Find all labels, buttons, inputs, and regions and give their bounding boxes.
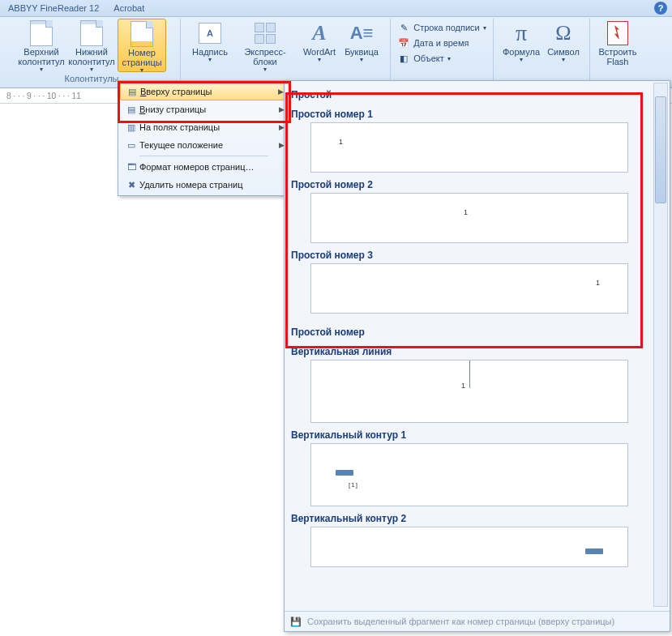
gallery-heading-simple-num: Простой номер xyxy=(288,322,653,339)
page-number-menu: ▤ Вверху страницы ▶ ▤ Внизу страницы ▶ ▥… xyxy=(118,80,290,196)
object-label: Объект xyxy=(413,53,443,63)
gallery-item-vertical-line[interactable]: 1 xyxy=(310,360,628,423)
gallery-item-vertical-outline-2[interactable] xyxy=(310,527,628,567)
wordart-button[interactable]: A WordArt ▾ xyxy=(299,19,340,64)
date-time-button[interactable]: 📅 Дата и время xyxy=(395,36,488,50)
menu-bottom-of-page[interactable]: ▤ Внизу страницы ▶ xyxy=(120,100,288,118)
page-bottom-icon: ▤ xyxy=(123,105,139,115)
page-number-label: Номер страницы xyxy=(118,48,165,67)
date-time-label: Дата и время xyxy=(413,38,469,48)
textbox-button[interactable]: A Надпись ▾ xyxy=(189,19,231,64)
quickparts-button[interactable]: Экспресс-блоки ▾ xyxy=(233,19,297,74)
gallery-footer[interactable]: 💾 Сохранить выделенный фрагмент как номе… xyxy=(285,611,670,631)
gallery-item-label: Простой номер 3 xyxy=(288,243,653,263)
dropcap-icon: A≡ xyxy=(349,20,375,46)
symbol-button[interactable]: Ω Символ ▾ xyxy=(544,19,583,64)
flash-icon xyxy=(605,20,631,46)
menu-separator xyxy=(139,156,268,156)
remove-icon: ✖ xyxy=(123,180,139,190)
textbox-icon: A xyxy=(197,20,223,46)
gallery-item-simple-1[interactable]: 1 xyxy=(310,122,628,173)
tab-abbyy[interactable]: ABBYY FineReader 12 xyxy=(8,3,99,13)
dropcap-button[interactable]: A≡ Буквица ▾ xyxy=(341,19,382,64)
calendar-icon: 📅 xyxy=(397,36,410,49)
menu-format-page-numbers[interactable]: 🗔 Формат номеров страниц… xyxy=(120,158,288,176)
ribbon: Верхний колонтитул ▾ Нижний колонтитул ▾… xyxy=(0,17,672,88)
signature-label: Строка подписи xyxy=(413,23,479,32)
menu-page-margins[interactable]: ▥ На полях страницы ▶ xyxy=(120,118,288,136)
signature-icon: ✎ xyxy=(397,21,410,34)
gallery-item-simple-3[interactable]: 1 xyxy=(310,263,628,314)
cursor-icon: ▭ xyxy=(123,140,139,151)
omega-icon: Ω xyxy=(550,20,576,46)
page-top-icon: ▤ xyxy=(124,87,140,97)
menu-current-position[interactable]: ▭ Текущее положение ▶ xyxy=(120,136,288,154)
save-selection-icon: 💾 xyxy=(289,615,302,628)
help-icon[interactable]: ? xyxy=(654,2,667,15)
tab-acrobat[interactable]: Acrobat xyxy=(113,3,144,13)
quickparts-icon xyxy=(252,20,278,46)
menu-remove-page-numbers[interactable]: ✖ Удалить номера страниц xyxy=(120,176,288,194)
scrollbar-thumb[interactable] xyxy=(655,96,666,203)
header-label: Верхний колонтитул xyxy=(17,47,66,66)
ruler-marks: 8 · · · 9 · · · 10 · · · 11 xyxy=(6,92,81,100)
menu-top-of-page[interactable]: ▤ Вверху страницы ▶ xyxy=(120,83,288,100)
page-margin-icon: ▥ xyxy=(123,122,139,133)
object-button[interactable]: ◧ Объект ▾ xyxy=(395,51,488,66)
gallery-heading-simple: Простой xyxy=(288,84,653,102)
object-icon: ◧ xyxy=(397,52,410,65)
gallery-scrollbar[interactable] xyxy=(653,83,668,607)
page-number-icon xyxy=(129,21,155,47)
group-header-footer-label: Колонтитулы xyxy=(65,74,119,85)
signature-line-button[interactable]: ✎ Строка подписи ▾ xyxy=(395,20,488,35)
gallery-item-label: Вертикальная линия xyxy=(288,339,653,360)
gallery-item-label: Простой номер 2 xyxy=(288,173,653,193)
gallery-item-label: Простой номер 1 xyxy=(288,102,653,122)
gallery-item-label: Вертикальный контур 2 xyxy=(288,506,653,527)
flash-label: Встроить Flash xyxy=(596,47,640,66)
page-number-button[interactable]: Номер страницы ▾ xyxy=(118,19,166,72)
gallery-item-simple-2[interactable]: 1 xyxy=(310,193,628,243)
addin-tab-strip: ABBYY FineReader 12 Acrobat ? xyxy=(0,0,672,17)
formula-button[interactable]: π Формула ▾ xyxy=(500,19,542,64)
gallery-item-vertical-outline-1[interactable]: [1] xyxy=(310,443,628,506)
wordart-icon: A xyxy=(306,20,332,46)
pi-icon: π xyxy=(508,20,534,46)
gallery-footer-label: Сохранить выделенный фрагмент как номер … xyxy=(307,617,614,626)
footer-label: Нижний колонтитул xyxy=(67,47,116,66)
footer-button[interactable]: Нижний колонтитул ▾ xyxy=(67,19,116,74)
header-button[interactable]: Верхний колонтитул ▾ xyxy=(17,19,66,74)
page-number-gallery: Простой Простой номер 1 1 Простой номер … xyxy=(284,80,670,632)
quickparts-label: Экспресс-блоки xyxy=(233,47,297,66)
format-icon: 🗔 xyxy=(123,162,139,172)
page-icon xyxy=(79,20,105,46)
page-icon xyxy=(28,20,54,46)
submenu-arrow-icon: ▶ xyxy=(278,88,284,96)
flash-button[interactable]: Встроить Flash xyxy=(596,19,640,66)
gallery-item-label: Вертикальный контур 1 xyxy=(288,423,653,443)
